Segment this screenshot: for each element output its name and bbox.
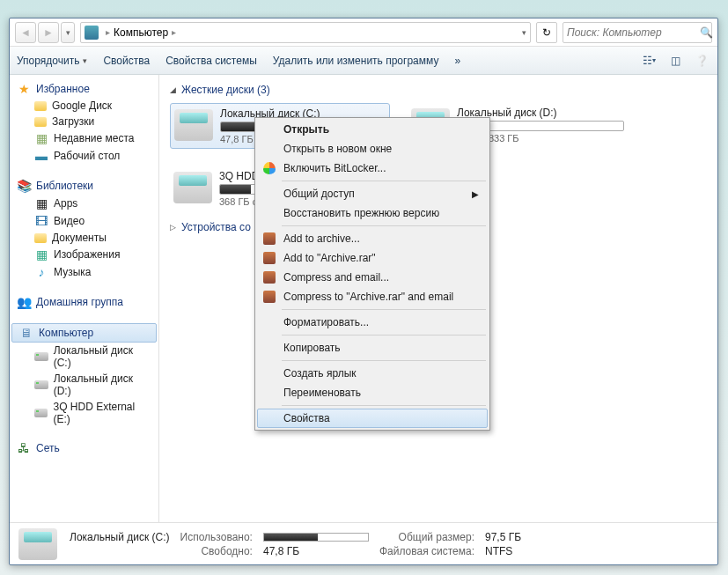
refresh-button[interactable]: ↻ bbox=[536, 22, 557, 43]
separator bbox=[282, 360, 486, 361]
libraries-icon: 📚 bbox=[17, 179, 31, 193]
toolbar-more[interactable]: » bbox=[454, 55, 460, 67]
sidebar-network[interactable]: 🖧Сеть bbox=[10, 439, 158, 457]
view-options-button[interactable]: ☷▾ bbox=[640, 52, 658, 70]
sidebar-item-videos[interactable]: 🎞Видео bbox=[10, 212, 158, 230]
status-total-label: Общий размер: bbox=[379, 531, 474, 543]
network-icon: 🖧 bbox=[17, 441, 31, 455]
sidebar-item-recent[interactable]: ▦Недавние места bbox=[10, 129, 158, 147]
preview-pane-button[interactable]: ◫ bbox=[666, 52, 684, 70]
status-free-value: 47,8 ГБ bbox=[263, 545, 369, 557]
navbar: ◄ ► ▾ ▸ Компьютер ▸ ▾ ↻ 🔍 bbox=[10, 18, 717, 47]
sidebar-item-desktop[interactable]: ▬Рабочий стол bbox=[10, 147, 158, 165]
status-fs-label: Файловая система: bbox=[379, 545, 474, 557]
drive-icon bbox=[34, 352, 48, 361]
desktop-icon: ▬ bbox=[34, 149, 48, 163]
video-icon: 🎞 bbox=[34, 214, 48, 228]
statusbar: Локальный диск (C:) Использовано: Общий … bbox=[10, 522, 717, 564]
separator bbox=[282, 225, 486, 226]
breadcrumb-location[interactable]: Компьютер bbox=[114, 26, 168, 39]
breadcrumb[interactable]: ▸ Компьютер ▸ ▾ bbox=[80, 22, 531, 43]
sidebar-item-drive-c[interactable]: Локальный диск (C:) bbox=[10, 343, 158, 371]
menu-compress-email[interactable]: Compress and email... bbox=[257, 268, 488, 287]
drive-icon bbox=[174, 109, 213, 141]
chevron-down-icon[interactable]: ▾ bbox=[522, 28, 526, 37]
sidebar-homegroup[interactable]: 👥Домашняя группа bbox=[10, 293, 158, 311]
sidebar-computer[interactable]: 🖥Компьютер bbox=[11, 323, 157, 343]
menu-bitlocker[interactable]: Включить BitLocker... bbox=[257, 158, 488, 178]
menu-open-new-window[interactable]: Открыть в новом окне bbox=[257, 139, 488, 158]
menu-add-rar[interactable]: Add to "Archive.rar" bbox=[257, 248, 488, 268]
sidebar-item-apps[interactable]: ▦Apps bbox=[10, 195, 158, 212]
search-box[interactable]: 🔍 bbox=[563, 22, 712, 43]
menu-restore-version[interactable]: Восстановить прежнюю версию bbox=[257, 203, 488, 223]
separator bbox=[282, 181, 486, 181]
separator bbox=[282, 405, 486, 406]
status-used-bar bbox=[263, 533, 369, 542]
drive-icon bbox=[18, 528, 57, 560]
status-free-label: Свободно: bbox=[180, 545, 253, 557]
rar-icon bbox=[262, 232, 276, 246]
search-icon[interactable]: 🔍 bbox=[700, 26, 713, 39]
music-icon: ♪ bbox=[34, 265, 48, 279]
drive-icon bbox=[34, 409, 48, 417]
shield-icon bbox=[262, 161, 276, 175]
documents-icon bbox=[34, 233, 47, 243]
search-input[interactable] bbox=[567, 26, 700, 39]
status-drive-name: Локальный диск (C:) bbox=[70, 531, 170, 543]
sidebar: ★Избранное Google Диск Загрузки ▦Недавни… bbox=[10, 75, 159, 522]
triangle-down-icon: ◢ bbox=[170, 85, 176, 94]
menu-copy[interactable]: Копировать bbox=[257, 338, 488, 358]
status-fs-value: NTFS bbox=[485, 545, 521, 557]
back-button[interactable]: ◄ bbox=[15, 22, 36, 43]
menu-add-archive[interactable]: Add to archive... bbox=[257, 229, 488, 248]
sidebar-favorites[interactable]: ★Избранное bbox=[10, 80, 158, 98]
separator bbox=[282, 309, 486, 310]
star-icon: ★ bbox=[17, 82, 31, 96]
chevron-right-icon: ▸ bbox=[172, 27, 176, 37]
homegroup-icon: 👥 bbox=[17, 295, 31, 309]
status-total-value: 97,5 ГБ bbox=[485, 531, 521, 543]
separator bbox=[282, 335, 486, 335]
folder-icon bbox=[34, 117, 47, 127]
menu-rename[interactable]: Переименовать bbox=[257, 383, 488, 402]
folder-icon bbox=[34, 101, 47, 111]
menu-format[interactable]: Форматировать... bbox=[257, 313, 488, 332]
section-hard-drives[interactable]: ◢Жесткие диски (3) bbox=[170, 84, 707, 96]
status-used-label: Использовано: bbox=[180, 531, 253, 543]
drive-icon bbox=[173, 172, 212, 203]
properties-button[interactable]: Свойства bbox=[103, 55, 150, 67]
rar-icon bbox=[262, 251, 276, 265]
triangle-right-icon: ▷ bbox=[170, 223, 176, 232]
menu-open[interactable]: Открыть bbox=[257, 120, 488, 139]
menu-properties[interactable]: Свойства bbox=[257, 409, 488, 428]
pictures-icon: ▦ bbox=[34, 247, 48, 262]
apps-icon: ▦ bbox=[34, 196, 48, 210]
sidebar-item-google-drive[interactable]: Google Диск bbox=[10, 98, 158, 114]
sidebar-libraries[interactable]: 📚Библиотеки bbox=[10, 177, 158, 195]
organize-menu[interactable]: Упорядочить▾ bbox=[17, 55, 87, 67]
system-properties-button[interactable]: Свойства системы bbox=[165, 55, 257, 67]
toolbar: Упорядочить▾ Свойства Свойства системы У… bbox=[10, 47, 717, 75]
recent-icon: ▦ bbox=[34, 131, 48, 145]
rar-icon bbox=[262, 270, 276, 284]
rar-icon bbox=[262, 290, 276, 304]
history-dropdown[interactable]: ▾ bbox=[61, 22, 75, 43]
context-menu: Открыть Открыть в новом окне Включить Bi… bbox=[254, 117, 490, 431]
sidebar-item-documents[interactable]: Документы bbox=[10, 230, 158, 246]
sidebar-item-drive-e[interactable]: 3Q HDD External (E:) bbox=[10, 399, 158, 427]
sidebar-item-pictures[interactable]: ▦Изображения bbox=[10, 246, 158, 263]
help-button[interactable]: ❔ bbox=[693, 52, 710, 70]
sidebar-item-music[interactable]: ♪Музыка bbox=[10, 263, 158, 281]
sidebar-item-drive-d[interactable]: Локальный диск (D:) bbox=[10, 371, 158, 399]
menu-share[interactable]: Общий доступ▶ bbox=[257, 184, 488, 203]
menu-create-shortcut[interactable]: Создать ярлык bbox=[257, 364, 488, 383]
sidebar-item-downloads[interactable]: Загрузки bbox=[10, 114, 158, 129]
drive-icon bbox=[34, 380, 48, 389]
computer-icon bbox=[85, 26, 99, 40]
uninstall-program-button[interactable]: Удалить или изменить программу bbox=[273, 55, 439, 67]
forward-button[interactable]: ► bbox=[38, 22, 59, 43]
menu-compress-rar-email[interactable]: Compress to "Archive.rar" and email bbox=[257, 287, 488, 306]
chevron-right-icon: ▸ bbox=[106, 27, 110, 37]
chevron-right-icon: ▶ bbox=[472, 189, 479, 199]
